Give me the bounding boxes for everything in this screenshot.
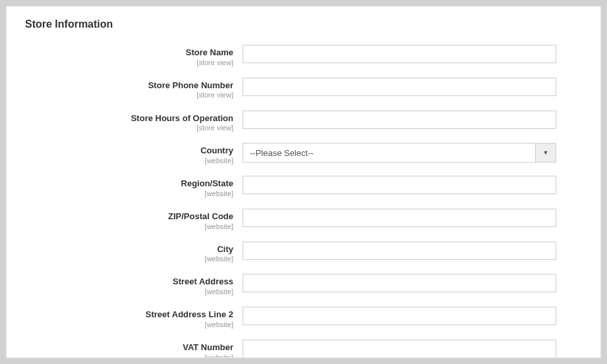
row-country: Country [website] --Please Select-- ▼ [25, 143, 582, 165]
country-select-wrap: --Please Select-- ▼ [243, 143, 556, 163]
label-col: Store Hours of Operation [store view] [25, 111, 243, 133]
city-input[interactable] [243, 242, 556, 260]
street1-input[interactable] [243, 274, 556, 292]
label-col: Street Address [website] [25, 274, 243, 296]
vat-input[interactable] [243, 340, 556, 358]
store-phone-label: Store Phone Number [25, 80, 233, 91]
label-col: City [website] [25, 242, 243, 264]
row-street2: Street Address Line 2 [website] [25, 307, 582, 329]
store-hours-label: Store Hours of Operation [25, 113, 233, 124]
input-col [243, 45, 556, 63]
store-phone-scope: [store view] [25, 91, 233, 99]
street1-label: Street Address [25, 276, 233, 287]
zip-scope: [website] [25, 222, 233, 231]
label-col: Store Phone Number [store view] [25, 78, 243, 100]
store-name-label: Store Name [25, 47, 233, 58]
input-col [243, 209, 556, 227]
store-phone-input[interactable] [243, 78, 556, 96]
label-col: ZIP/Postal Code [website] [25, 209, 243, 231]
store-hours-input[interactable] [243, 111, 556, 129]
zip-input[interactable] [243, 209, 556, 227]
street2-label: Street Address Line 2 [25, 309, 233, 320]
region-label: Region/State [25, 178, 233, 189]
store-name-scope: [store view] [25, 59, 233, 67]
city-scope: [website] [25, 255, 233, 263]
store-hours-scope: [store view] [25, 124, 233, 132]
store-information-panel: Store Information Store Name [store view… [6, 6, 601, 358]
label-col: Country [website] [25, 143, 243, 165]
vat-label: VAT Number [25, 342, 233, 353]
street1-scope: [website] [25, 288, 233, 296]
vat-scope: [website] [25, 353, 233, 358]
label-col: Region/State [website] [25, 176, 243, 198]
panel-title: Store Information [25, 18, 582, 30]
row-vat: VAT Number [website] [25, 340, 582, 358]
store-name-input[interactable] [243, 45, 556, 63]
input-col [243, 111, 556, 129]
country-label: Country [25, 145, 233, 156]
row-zip: ZIP/Postal Code [website] [25, 209, 582, 231]
region-input[interactable] [243, 176, 556, 194]
country-select[interactable]: --Please Select-- [243, 143, 535, 163]
row-city: City [website] [25, 242, 582, 264]
input-col [243, 307, 556, 325]
row-store-hours: Store Hours of Operation [store view] [25, 111, 582, 133]
row-store-name: Store Name [store view] [25, 45, 582, 67]
street2-input[interactable] [243, 307, 556, 325]
region-scope: [website] [25, 190, 233, 198]
label-col: Street Address Line 2 [website] [25, 307, 243, 329]
input-col [243, 274, 556, 292]
chevron-down-icon[interactable]: ▼ [535, 143, 556, 163]
input-col: --Please Select-- ▼ [243, 143, 556, 163]
country-scope: [website] [25, 157, 233, 165]
row-region: Region/State [website] [25, 176, 582, 198]
input-col [243, 176, 556, 194]
row-store-phone: Store Phone Number [store view] [25, 78, 582, 100]
label-col: VAT Number [website] [25, 340, 243, 358]
input-col [243, 340, 556, 358]
city-label: City [25, 244, 233, 255]
street2-scope: [website] [25, 321, 233, 329]
row-street1: Street Address [website] [25, 274, 582, 296]
zip-label: ZIP/Postal Code [25, 211, 233, 222]
input-col [243, 78, 556, 96]
input-col [243, 242, 556, 260]
label-col: Store Name [store view] [25, 45, 243, 67]
